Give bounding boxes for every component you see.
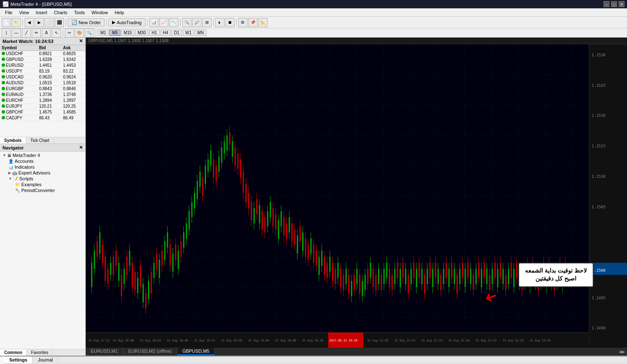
st-tab-settings[interactable]: Settings [4,356,33,363]
market-watch-close-icon[interactable]: ✕ [79,38,83,44]
toolbar-back-btn[interactable]: ◀ [25,18,34,27]
toolbar-zoom-minus-btn[interactable]: 🔎 [192,18,201,27]
mw-bid-cell: 1.0515 [37,80,61,86]
toolbar-open-btn[interactable]: 📁 [12,18,21,27]
toolbar-chart-type-btn[interactable]: 📊 [149,18,158,27]
tf-m5[interactable]: M5 [110,30,120,36]
market-watch-table[interactable]: Symbol Bid Ask USDCHF 0.8921 0.8925 GBPU… [0,45,85,137]
mw-ask-cell: 0.9624 [61,74,85,80]
tf-text-btn[interactable]: A [42,28,51,38]
menu-help[interactable]: Help [111,9,127,16]
tf-h1[interactable]: H1 [149,30,160,36]
mw-tab-symbols[interactable]: Symbols [0,137,26,144]
menu-insert[interactable]: Insert [32,9,51,16]
toolbar-candle-btn[interactable]: 📉 [169,18,178,27]
tf-bar-btn1[interactable]: | [2,28,11,38]
chart-scroll-left-icon[interactable]: ◀ [619,349,622,354]
tf-mn[interactable]: MN [195,30,206,36]
tf-h4[interactable]: H4 [161,30,171,36]
tree-indicators[interactable]: 📊 Indicators [0,164,85,170]
tf-bar-btn3[interactable]: ╱ [22,28,31,38]
market-watch-row[interactable]: GBPUSD 1.6339 1.6342 [0,57,85,63]
navigator-close-icon[interactable]: ✕ [79,145,83,150]
chart-tab-eurusd-m2[interactable]: EURUSD,M2 (offline) [123,348,177,355]
tree-examples[interactable]: 📁 Examples [0,182,85,187]
market-watch-row[interactable]: GBPCHF 1.4575 1.4585 [0,109,85,115]
menu-tools[interactable]: Tools [71,9,88,16]
close-btn[interactable]: ✕ [619,1,624,7]
tf-color-btn[interactable]: 🎨 [75,28,84,38]
mw-symbol-cell: CADJPY [0,115,37,121]
menu-view[interactable]: View [16,9,33,16]
svg-text:1.1515: 1.1515 [592,144,606,148]
toolbar-attach-btn[interactable]: 📌 [248,18,257,27]
nav-tab-favorites[interactable]: Favorites [27,349,53,356]
mw-ask-cell: 120.25 [61,104,85,109]
st-tab-journal[interactable]: Journal [33,356,58,363]
toolbar-forward-btn[interactable]: ▶ [35,18,44,27]
svg-text:31 Aug 17:52: 31 Aug 17:52 [88,339,110,342]
tree-metatrader4[interactable]: ▼ 🖥 MetaTrader 4 [0,152,85,158]
mw-symbol-cell: USDCAD [0,74,37,80]
tree-period-converter[interactable]: 🔧 PeriodConverter [0,187,85,193]
tree-expert-advisors[interactable]: ▶ 🤖 Expert Advisors [0,170,85,176]
toolbar-new-btn[interactable]: 📄 [2,18,11,27]
tf-m30[interactable]: M30 [135,30,148,36]
tree-period-icon: 🔧 [15,188,20,193]
chart-tab-eurusd-m1[interactable]: EURUSD,M1 [86,348,123,355]
symbol-status-dot [2,52,5,55]
tf-m1[interactable]: M1 [98,30,109,36]
chart-canvas[interactable]: 1.1530 1.1525 1.1520 1.1515 1.1510 1.150… [86,44,627,348]
toolbar-settings-btn[interactable]: ⚙ [238,18,247,27]
tf-cursor-btn[interactable]: ↖ [52,28,61,38]
tf-del-btn[interactable]: ✂ [65,28,74,38]
tf-w1[interactable]: W1 [183,30,194,36]
tree-ea-icon: 🤖 [12,171,17,175]
market-watch-row[interactable]: CADJPY 86.43 86.49 [0,115,85,121]
tf-m15[interactable]: M15 [121,30,134,36]
tree-period-label: PeriodConverter [21,188,55,193]
market-watch-row[interactable]: EURJPY 120.21 120.25 [0,104,85,109]
tf-bar-btn2[interactable]: — [12,28,21,38]
tf-draw-btn[interactable]: ✏ [32,28,41,38]
toolbar-zoom-plus-btn[interactable]: 🔍 [182,18,191,27]
mw-bid-cell: 83.19 [37,68,61,74]
market-watch-row[interactable]: AUDUSD 1.0515 1.0518 [0,80,85,86]
mw-bid-cell: 0.8921 [37,51,61,57]
chart-scroll-buttons: ◀ ▶ [617,348,627,355]
tf-d1[interactable]: D1 [171,30,182,36]
tree-scripts[interactable]: ▼ 📝 Scripts [0,176,85,182]
title-bar: 📈 MetaTrader 4 - [GBPUSD,M5] – □ ✕ [0,0,627,8]
autotrading-btn[interactable]: ▶ AutoTrading [108,18,145,26]
toolbar-indicator-btn[interactable]: 📐 [258,18,268,27]
symbol-status-dot [2,69,5,73]
strategy-tester-side-label: Strategy Tester [0,350,5,363]
market-watch-row[interactable]: EURCHF 1.2894 1.2897 [0,98,85,104]
minimize-btn[interactable]: – [604,1,609,7]
new-order-btn[interactable]: 🔄 New Order [68,18,104,26]
chart-scroll-right-icon[interactable]: ▶ [622,349,625,354]
mw-tab-tick[interactable]: Tick Chart [26,137,54,144]
mw-ask-cell: 1.4585 [61,109,85,115]
market-watch-row[interactable]: EURGBP 0.8843 0.8846 [0,86,85,92]
market-watch-row[interactable]: EURAUD 1.3736 1.3748 [0,92,85,98]
tree-accounts[interactable]: 👤 Accounts [0,158,85,164]
menu-file[interactable]: File [2,9,16,16]
menu-charts[interactable]: Charts [51,9,71,16]
toolbar-zoom-in-btn[interactable]: ⬜ [45,18,54,27]
toolbar-play-btn[interactable]: ⏵ [215,18,224,27]
market-watch-row[interactable]: USDJPY 83.19 83.22 [0,68,85,74]
chart-tab-gbpusd-m5[interactable]: GBPUSD,M5 [177,348,215,355]
market-watch-row[interactable]: EURUSD 1.4451 1.4453 [0,63,85,68]
toolbar-line-btn[interactable]: 📈 [159,18,168,27]
mw-symbol-cell: EURJPY [0,104,37,109]
toolbar-stop-btn[interactable]: ⏹ [225,18,234,27]
toolbar-grid-btn[interactable]: ⊞ [202,18,212,27]
market-watch-row[interactable]: USDCHF 0.8921 0.8925 [0,51,85,57]
maximize-btn[interactable]: □ [611,1,617,7]
tf-mag-btn[interactable]: 🔍 [85,28,94,38]
tree-indicators-label: Indicators [15,164,35,169]
toolbar-zoom-out-btn[interactable]: ⬛ [55,18,64,27]
market-watch-row[interactable]: USDCAD 0.9620 0.9624 [0,74,85,80]
menu-window[interactable]: Window [88,9,111,16]
